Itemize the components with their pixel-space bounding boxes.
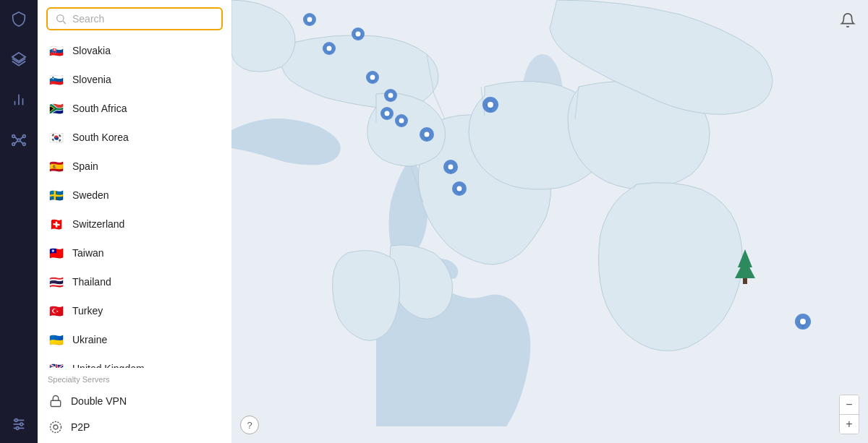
country-name-ukraine: Ukraine xyxy=(72,334,107,345)
svg-line-11 xyxy=(15,141,18,144)
specialty-name-double-vpn: Double VPN xyxy=(71,395,127,407)
country-item-united-kingdom[interactable]: 🇬🇧 United Kingdom xyxy=(38,354,231,368)
specialty-name-p2p: P2P xyxy=(71,421,90,433)
map-pin-srilanka xyxy=(795,314,811,330)
svg-rect-35 xyxy=(743,278,747,284)
svg-point-49 xyxy=(399,119,404,124)
svg-line-20 xyxy=(63,21,66,24)
search-input[interactable] xyxy=(72,13,214,25)
country-item-spain[interactable]: 🇪🇸 Spain xyxy=(38,152,231,181)
stats-icon[interactable] xyxy=(9,90,29,110)
flag-spain: 🇪🇸 xyxy=(48,158,65,175)
flag-ukraine: 🇺🇦 xyxy=(48,331,65,348)
svg-line-10 xyxy=(20,137,23,139)
flag-slovakia: 🇸🇰 xyxy=(48,42,65,59)
svg-point-47 xyxy=(385,111,390,116)
svg-point-4 xyxy=(17,139,20,142)
flag-slovenia: 🇸🇮 xyxy=(48,71,65,88)
map-area: ? − + xyxy=(231,0,868,443)
svg-point-19 xyxy=(57,15,64,22)
mesh-icon[interactable] xyxy=(9,130,29,150)
map-pin-uae xyxy=(443,160,458,174)
search-icon xyxy=(55,13,67,25)
svg-point-22 xyxy=(51,422,61,433)
flag-switzerland: 🇨🇭 xyxy=(48,215,65,233)
map-zoom-controls: − + xyxy=(839,395,859,434)
country-name-thailand: Thailand xyxy=(72,276,111,288)
specialty-title: Specialty Servers xyxy=(48,375,221,384)
specialty-item-double-vpn[interactable]: Double VPN xyxy=(48,388,221,414)
svg-point-18 xyxy=(16,427,19,430)
bell-icon[interactable] xyxy=(838,10,858,30)
svg-point-57 xyxy=(457,186,462,192)
svg-point-5 xyxy=(12,135,15,138)
sidebar: 🇸🇰 Slovakia 🇸🇮 Slovenia 🇿🇦 South Africa … xyxy=(38,0,231,443)
country-item-south-africa[interactable]: 🇿🇦 South Africa xyxy=(38,94,231,123)
country-name-south-africa: South Africa xyxy=(72,103,127,114)
svg-point-8 xyxy=(23,143,26,146)
map-pin-iraq xyxy=(420,127,434,142)
zoom-in-button[interactable]: − xyxy=(840,395,859,414)
flag-turkey: 🇹🇷 xyxy=(48,302,65,319)
country-item-turkey[interactable]: 🇹🇷 Turkey xyxy=(38,296,231,325)
country-item-switzerland[interactable]: 🇨🇭 Switzerland xyxy=(38,210,231,238)
specialty-icon-double-vpn xyxy=(48,393,64,409)
specialty-section: Specialty Servers Double VPN P2P xyxy=(38,368,231,443)
svg-point-17 xyxy=(20,423,23,426)
svg-point-41 xyxy=(356,32,361,37)
flag-sweden: 🇸🇪 xyxy=(48,186,65,204)
country-name-sweden: Sweden xyxy=(72,189,109,201)
svg-point-16 xyxy=(15,419,18,422)
svg-rect-21 xyxy=(51,400,61,406)
search-box xyxy=(46,7,223,30)
settings-icon[interactable] xyxy=(9,414,29,434)
layers-icon[interactable] xyxy=(9,49,29,69)
country-name-slovakia: Slovakia xyxy=(72,45,111,56)
svg-point-51 xyxy=(488,102,493,108)
svg-point-59 xyxy=(800,319,806,324)
country-item-slovenia[interactable]: 🇸🇮 Slovenia xyxy=(38,65,231,94)
country-name-spain: Spain xyxy=(72,160,98,172)
svg-point-23 xyxy=(54,425,58,429)
zoom-out-button[interactable]: + xyxy=(840,415,859,434)
svg-line-12 xyxy=(20,141,23,144)
country-name-united-kingdom: United Kingdom xyxy=(72,363,145,368)
svg-point-6 xyxy=(23,135,26,138)
flag-thailand: 🇹🇭 xyxy=(48,273,65,291)
search-container xyxy=(38,0,231,36)
svg-line-9 xyxy=(15,137,18,139)
map-pin-iran xyxy=(482,97,498,113)
country-item-taiwan[interactable]: 🇹🇼 Taiwan xyxy=(38,238,231,267)
country-item-south-korea[interactable]: 🇰🇷 South Korea xyxy=(38,123,231,152)
svg-point-39 xyxy=(327,46,332,51)
country-item-thailand[interactable]: 🇹🇭 Thailand xyxy=(38,267,231,296)
flag-south-africa: 🇿🇦 xyxy=(48,100,65,117)
map-help-button[interactable]: ? xyxy=(240,416,259,434)
svg-point-7 xyxy=(12,143,15,146)
country-name-taiwan: Taiwan xyxy=(72,247,104,259)
help-text: ? xyxy=(247,420,252,431)
map-pin-oman xyxy=(452,181,467,196)
icon-bar xyxy=(0,0,38,443)
country-name-slovenia: Slovenia xyxy=(72,74,111,85)
svg-point-53 xyxy=(425,132,430,137)
country-item-sweden[interactable]: 🇸🇪 Sweden xyxy=(38,181,231,210)
country-item-ukraine[interactable]: 🇺🇦 Ukraine xyxy=(38,325,231,354)
specialty-item-p2p[interactable]: P2P xyxy=(48,414,221,440)
country-item-slovakia[interactable]: 🇸🇰 Slovakia xyxy=(38,36,231,65)
flag-united-kingdom: 🇬🇧 xyxy=(48,360,65,368)
specialty-icon-p2p xyxy=(48,419,64,435)
svg-point-55 xyxy=(448,165,454,170)
svg-point-37 xyxy=(307,17,312,22)
svg-point-43 xyxy=(370,75,375,80)
flag-taiwan: 🇹🇼 xyxy=(48,244,65,262)
country-list: 🇸🇰 Slovakia 🇸🇮 Slovenia 🇿🇦 South Africa … xyxy=(38,36,231,368)
svg-point-45 xyxy=(388,93,393,98)
world-map xyxy=(231,0,868,443)
flag-south-korea: 🇰🇷 xyxy=(48,129,65,146)
country-name-switzerland: Switzerland xyxy=(72,218,124,230)
country-name-south-korea: South Korea xyxy=(72,132,129,143)
shield-icon[interactable] xyxy=(9,9,29,29)
country-name-turkey: Turkey xyxy=(72,305,103,317)
